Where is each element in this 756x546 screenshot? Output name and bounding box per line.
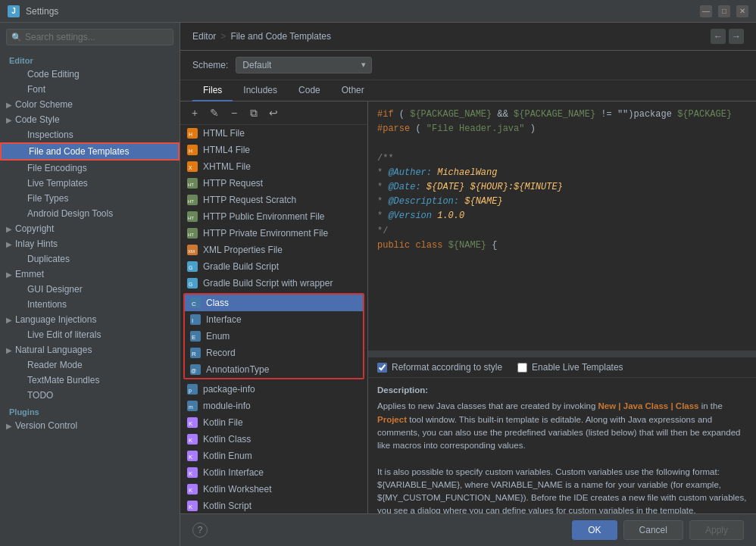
- sidebar-item-textmate-bundles[interactable]: TextMate Bundles: [0, 373, 180, 388]
- sidebar-item-code-editing[interactable]: Code Editing: [0, 67, 180, 82]
- live-templates-checkbox[interactable]: [517, 363, 527, 373]
- html-file-icon: H: [186, 127, 198, 139]
- sidebar-item-file-types[interactable]: File Types: [0, 191, 180, 206]
- file-item-http-scratch[interactable]: HT HTTP Request Scratch: [180, 192, 367, 208]
- file-item-xhtml[interactable]: X XHTML File: [180, 158, 367, 175]
- scheme-select[interactable]: Default Project: [236, 57, 372, 73]
- file-item-annotation[interactable]: @ AnnotationType: [185, 361, 363, 378]
- copy-template-button[interactable]: ⧉: [245, 105, 262, 121]
- arrow-right-icon: ▶: [6, 116, 12, 124]
- sidebar-item-android-design-tools[interactable]: Android Design Tools: [0, 206, 180, 221]
- file-item-kotlin-interface[interactable]: K Kotlin Interface: [180, 464, 367, 481]
- desc-bold-1: New | Java Class | Class: [598, 401, 699, 410]
- live-templates-checkbox-row[interactable]: Enable Live Templates: [517, 362, 623, 373]
- file-item-interface[interactable]: I Interface: [185, 311, 363, 328]
- scheme-select-wrapper: Default Project: [236, 57, 372, 73]
- sidebar-item-todo[interactable]: TODO: [0, 388, 180, 403]
- file-item-kotlin-file[interactable]: K Kotlin File: [180, 414, 367, 431]
- back-button[interactable]: ←: [711, 29, 726, 44]
- tab-code[interactable]: Code: [288, 80, 331, 101]
- content-area: Editor > File and Code Templates ← → Sch…: [180, 23, 756, 546]
- file-item-kotlin-script[interactable]: K Kotlin Script: [180, 498, 367, 513]
- live-templates-label: Enable Live Templates: [532, 362, 623, 373]
- sidebar-item-duplicates[interactable]: Duplicates: [0, 251, 180, 267]
- sidebar-item-inlay-hints[interactable]: ▶ Inlay Hints: [0, 236, 180, 251]
- http-scratch-icon: HT: [186, 194, 198, 206]
- svg-text:K: K: [189, 504, 193, 510]
- sidebar-item-emmet[interactable]: ▶ Emmet: [0, 267, 180, 282]
- file-item-kotlin-worksheet[interactable]: K Kotlin Worksheet: [180, 481, 367, 498]
- file-item-xml-properties[interactable]: XM XML Properties File: [180, 242, 367, 258]
- file-item-record[interactable]: R Record: [185, 345, 363, 361]
- reset-template-button[interactable]: ↩: [265, 105, 282, 121]
- sidebar-item-language-injections[interactable]: ▶ Language Injections: [0, 312, 180, 327]
- window-controls: — □ ✕: [700, 5, 748, 17]
- file-item-enum[interactable]: E Enum: [185, 328, 363, 345]
- forward-button[interactable]: →: [729, 29, 744, 44]
- sidebar-item-color-scheme[interactable]: ▶ Color Scheme: [0, 97, 180, 112]
- file-item-html[interactable]: H HTML File: [180, 125, 367, 142]
- reformat-checkbox[interactable]: [377, 363, 387, 373]
- code-editor[interactable]: #if ( ${PACKAGE_NAME} && ${PACKAGE_NAME}…: [368, 101, 756, 351]
- edit-template-button[interactable]: ✎: [206, 105, 223, 121]
- file-item-gradle-wrapper[interactable]: G Gradle Build Script with wrapper: [180, 275, 367, 292]
- sidebar-item-font[interactable]: Font: [0, 82, 180, 97]
- file-item-http-private[interactable]: HT HTTP Private Environment File: [180, 225, 367, 242]
- file-item-package-info[interactable]: p package-info: [180, 381, 367, 398]
- java-interface-icon: I: [189, 314, 201, 326]
- sidebar-item-inspections[interactable]: Inspections: [0, 127, 180, 142]
- sidebar-item-natural-languages[interactable]: ▶ Natural Languages: [0, 342, 180, 357]
- http-private-icon: HT: [186, 227, 198, 239]
- horizontal-scrollbar[interactable]: [368, 351, 756, 357]
- svg-text:p: p: [189, 388, 192, 394]
- svg-text:HT: HT: [188, 183, 194, 187]
- file-item-gradle[interactable]: G Gradle Build Script: [180, 258, 367, 275]
- html4-file-icon: H: [186, 144, 198, 156]
- sidebar-item-live-edit[interactable]: Live Edit of literals: [0, 327, 180, 342]
- svg-text:I: I: [192, 317, 193, 324]
- svg-text:K: K: [189, 487, 193, 494]
- scheme-row: Scheme: Default Project: [180, 51, 756, 80]
- svg-text:XM: XM: [188, 249, 195, 254]
- ok-button[interactable]: OK: [572, 520, 617, 540]
- close-button[interactable]: ✕: [736, 5, 748, 17]
- maximize-button[interactable]: □: [718, 5, 730, 17]
- file-item-http-public[interactable]: HT HTTP Public Environment File: [180, 208, 367, 225]
- cancel-button[interactable]: Cancel: [623, 520, 683, 540]
- file-item-class[interactable]: C Class: [185, 295, 363, 311]
- search-box[interactable]: 🔍: [6, 29, 173, 45]
- code-line-8: * @Version 1.0.0: [377, 209, 747, 223]
- breadcrumb-nav: ← →: [711, 29, 744, 44]
- code-line-7: * @Description: ${NAME}: [377, 195, 747, 209]
- add-template-button[interactable]: +: [186, 105, 203, 121]
- file-item-html4[interactable]: H HTML4 File: [180, 142, 367, 158]
- apply-button[interactable]: Apply: [689, 520, 744, 540]
- help-button[interactable]: ?: [192, 523, 208, 538]
- tab-files[interactable]: Files: [192, 80, 233, 101]
- tab-includes[interactable]: Includes: [233, 80, 288, 101]
- sidebar-item-file-and-code-templates[interactable]: File and Code Templates: [0, 142, 180, 161]
- remove-template-button[interactable]: −: [226, 105, 242, 121]
- http-public-icon: HT: [186, 211, 198, 223]
- sidebar-item-copyright[interactable]: ▶ Copyright: [0, 221, 180, 236]
- file-item-kotlin-enum[interactable]: K Kotlin Enum: [180, 448, 367, 464]
- file-item-kotlin-class[interactable]: K Kotlin Class: [180, 431, 367, 448]
- sidebar-item-version-control[interactable]: ▶ Version Control: [0, 418, 180, 433]
- svg-text:HT: HT: [188, 216, 194, 220]
- sidebar-item-file-encodings[interactable]: File Encodings: [0, 161, 180, 176]
- reformat-checkbox-row[interactable]: Reformat according to style: [377, 362, 502, 373]
- sidebar-item-code-style[interactable]: ▶ Code Style: [0, 112, 180, 127]
- title-bar: J Settings — □ ✕: [0, 0, 756, 23]
- file-item-http-request[interactable]: HT HTTP Request: [180, 175, 367, 192]
- minimize-button[interactable]: —: [700, 5, 712, 17]
- editor-section-label: Editor: [0, 51, 180, 67]
- file-item-module-info[interactable]: m module-info: [180, 398, 367, 414]
- sidebar-item-reader-mode[interactable]: Reader Mode: [0, 357, 180, 373]
- sidebar-item-gui-designer[interactable]: GUI Designer: [0, 282, 180, 297]
- code-line-5: * @Auther: MichaelWang: [377, 166, 747, 180]
- sidebar-item-live-templates[interactable]: Live Templates: [0, 176, 180, 191]
- tab-other[interactable]: Other: [331, 80, 375, 101]
- search-input[interactable]: [25, 32, 168, 42]
- scheme-label: Scheme:: [192, 60, 228, 70]
- sidebar-item-intentions[interactable]: Intentions: [0, 297, 180, 312]
